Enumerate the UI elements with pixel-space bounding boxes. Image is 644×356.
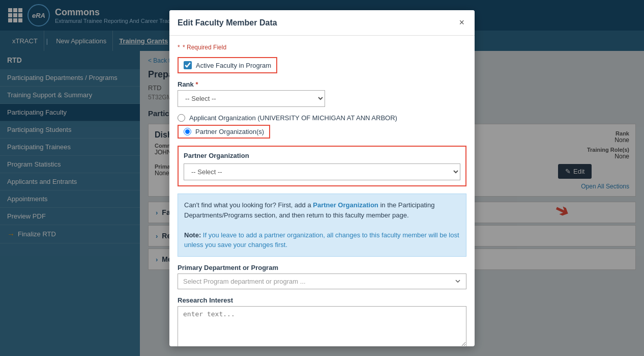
partner-org-select[interactable]: -- Select -- (184, 163, 460, 180)
rank-field-label: Rank * (178, 80, 466, 88)
radio-applicant-input[interactable] (178, 114, 185, 122)
radio-partner-org: Partner Organization(s) (178, 125, 466, 139)
research-interest-label: Research Interest (178, 296, 466, 304)
edit-faculty-modal: Edit Faculty Member Data × * * Required … (169, 10, 475, 346)
radio-applicant-org: Applicant Organization (UNIVERSITY OF MI… (178, 114, 466, 122)
modal-title: Edit Faculty Member Data (178, 18, 277, 28)
radio-partner-box: Partner Organization(s) (178, 125, 270, 139)
primary-dept-label: Primary Department or Program (178, 264, 466, 271)
radio-group: Applicant Organization (UNIVERSITY OF MI… (178, 114, 466, 139)
partner-org-section: Partner Organization -- Select -- (178, 146, 466, 186)
active-faculty-box: Active Faculty in Program (178, 57, 277, 73)
active-faculty-checkbox[interactable] (184, 61, 192, 69)
info-box: Can't find what you looking for? First, … (178, 194, 466, 257)
modal-overlay: Edit Faculty Member Data × * * Required … (0, 0, 644, 356)
modal-header: Edit Faculty Member Data × (169, 10, 475, 36)
partner-org-link[interactable]: Partner Organization (313, 201, 378, 209)
modal-close-button[interactable]: × (457, 17, 466, 28)
radio-partner-input[interactable] (184, 128, 191, 135)
modal-body: * * Required Field Active Faculty in Pro… (169, 36, 475, 346)
primary-dept-select[interactable]: Select Program department or program ... (178, 273, 466, 289)
required-note: * * Required Field (178, 44, 466, 51)
partner-org-title: Partner Organization (184, 152, 460, 159)
active-faculty-label: Active Faculty in Program (196, 62, 271, 69)
research-interest-textarea[interactable] (178, 306, 466, 347)
rank-select[interactable]: -- Select -- (178, 90, 325, 107)
